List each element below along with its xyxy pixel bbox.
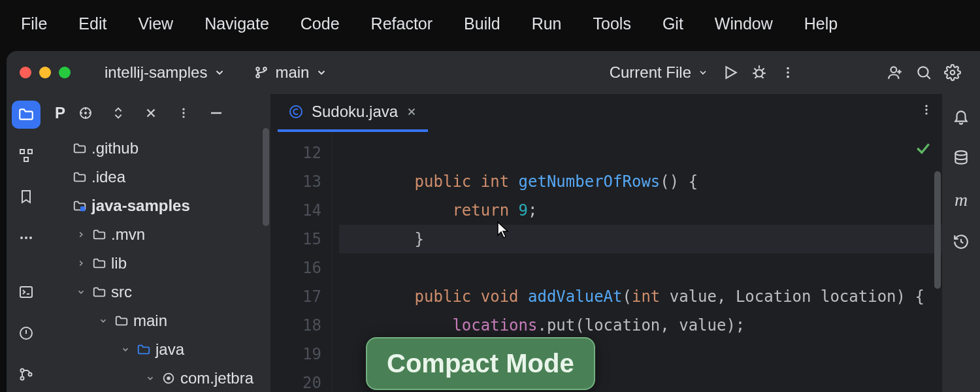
tree-item[interactable]: main — [46, 306, 270, 335]
project-panel: P .github.ideajava-samples.mvnlibsrcmain… — [46, 94, 271, 392]
svg-point-20 — [21, 376, 24, 380]
editor-scrollbar[interactable] — [934, 171, 941, 289]
maven-tool-button[interactable]: m — [948, 187, 974, 213]
tree-chevron-icon — [144, 374, 157, 383]
menu-navigate[interactable]: Navigate — [189, 9, 285, 39]
more-actions-button[interactable] — [774, 58, 802, 87]
tree-chevron-icon — [74, 230, 88, 239]
svg-rect-12 — [28, 150, 32, 154]
project-view-label[interactable]: P — [51, 104, 69, 122]
svg-point-26 — [182, 116, 184, 118]
settings-button[interactable] — [938, 58, 967, 87]
menu-build[interactable]: Build — [448, 9, 516, 39]
svg-point-0 — [257, 67, 260, 71]
editor-gutter[interactable]: 121314151617181920 — [271, 132, 333, 392]
bookmarks-tool-button[interactable] — [12, 183, 41, 211]
menu-view[interactable]: View — [122, 9, 189, 39]
svg-point-5 — [787, 67, 789, 70]
branch-icon — [254, 65, 269, 80]
menu-tools[interactable]: Tools — [578, 9, 647, 39]
tree-item[interactable]: com.jetbra — [46, 364, 270, 392]
svg-rect-17 — [20, 287, 32, 297]
tree-item[interactable]: .mvn — [46, 220, 270, 249]
svg-marker-3 — [727, 67, 736, 78]
menu-run[interactable]: Run — [516, 9, 578, 39]
run-config-selector[interactable]: Current File — [602, 59, 716, 86]
chevron-down-icon — [214, 67, 225, 78]
database-tool-button[interactable] — [948, 145, 974, 171]
svg-point-6 — [787, 71, 789, 74]
svg-point-2 — [264, 67, 267, 71]
folder-icon — [91, 285, 107, 299]
menu-file[interactable]: File — [5, 9, 63, 39]
notifications-button[interactable] — [948, 103, 974, 129]
tree-item[interactable]: .github — [46, 134, 270, 163]
class-file-icon — [288, 104, 304, 120]
tree-item-label: src — [111, 283, 132, 301]
close-panel-button[interactable] — [138, 100, 164, 126]
project-selector[interactable]: intellij-samples — [97, 59, 233, 86]
svg-point-9 — [918, 67, 928, 76]
menu-git[interactable]: Git — [647, 9, 699, 39]
select-opened-file-button[interactable] — [73, 100, 99, 126]
inspection-ok-icon[interactable] — [915, 140, 932, 157]
git-branch-selector[interactable]: main — [246, 59, 335, 86]
run-button[interactable] — [716, 58, 745, 87]
tab-options-button[interactable] — [920, 103, 933, 116]
panel-options-button[interactable] — [171, 100, 197, 126]
menu-refactor[interactable]: Refactor — [355, 9, 448, 39]
terminal-tool-button[interactable] — [12, 278, 41, 306]
problems-tool-button[interactable] — [12, 319, 41, 347]
code-with-me-button[interactable] — [881, 58, 909, 87]
svg-point-23 — [85, 112, 86, 114]
tree-item-label: .idea — [91, 168, 125, 186]
run-config-label: Current File — [610, 63, 691, 82]
tree-chevron-icon — [74, 287, 88, 297]
recent-tool-button[interactable] — [948, 229, 974, 255]
expand-collapse-button[interactable] — [105, 100, 131, 126]
branch-name: main — [275, 63, 309, 82]
close-tab-button[interactable] — [406, 106, 417, 118]
svg-rect-27 — [80, 206, 85, 211]
svg-point-8 — [891, 67, 897, 73]
menu-code[interactable]: Code — [285, 9, 355, 39]
structure-tool-button[interactable] — [12, 142, 41, 170]
tree-item[interactable]: java — [46, 335, 270, 364]
tree-item-label: main — [133, 312, 167, 330]
git-tool-button[interactable] — [12, 360, 41, 388]
zoom-window-button[interactable] — [59, 67, 71, 78]
svg-point-19 — [21, 368, 24, 372]
close-window-button[interactable] — [20, 67, 31, 78]
project-name: intellij-samples — [105, 63, 207, 82]
tree-chevron-icon — [74, 259, 88, 268]
menu-edit[interactable]: Edit — [63, 9, 122, 39]
menu-window[interactable]: Window — [699, 9, 789, 39]
chevron-down-icon — [698, 67, 708, 78]
minimize-window-button[interactable] — [39, 67, 51, 78]
panel-scrollbar[interactable] — [263, 128, 269, 226]
folder-icon — [114, 314, 129, 328]
svg-point-1 — [257, 74, 260, 78]
svg-point-25 — [182, 112, 184, 114]
project-tool-button[interactable] — [12, 101, 41, 129]
hide-panel-button[interactable] — [203, 100, 229, 126]
right-tool-rail: m — [942, 94, 980, 392]
tree-item[interactable]: lib — [46, 249, 270, 278]
svg-point-31 — [925, 105, 927, 107]
tree-item[interactable]: java-samples — [46, 191, 270, 220]
compact-mode-badge: Compact Mode — [366, 337, 595, 390]
search-everywhere-button[interactable] — [909, 58, 938, 87]
editor-tab[interactable]: Sudoku.java — [278, 94, 428, 132]
package-icon — [161, 371, 176, 385]
debug-button[interactable] — [745, 58, 774, 87]
menu-help[interactable]: Help — [789, 9, 853, 39]
tree-item[interactable]: .idea — [46, 163, 270, 191]
svg-rect-13 — [24, 157, 28, 161]
project-tree[interactable]: .github.ideajava-samples.mvnlibsrcmainja… — [46, 131, 270, 392]
titlebar: intellij-samples main Current File — [7, 51, 980, 94]
folder-icon — [72, 170, 88, 184]
tree-item-label: lib — [111, 254, 127, 272]
svg-point-32 — [925, 108, 927, 110]
tree-item[interactable]: src — [46, 278, 270, 306]
more-tools-button[interactable] — [12, 224, 41, 252]
